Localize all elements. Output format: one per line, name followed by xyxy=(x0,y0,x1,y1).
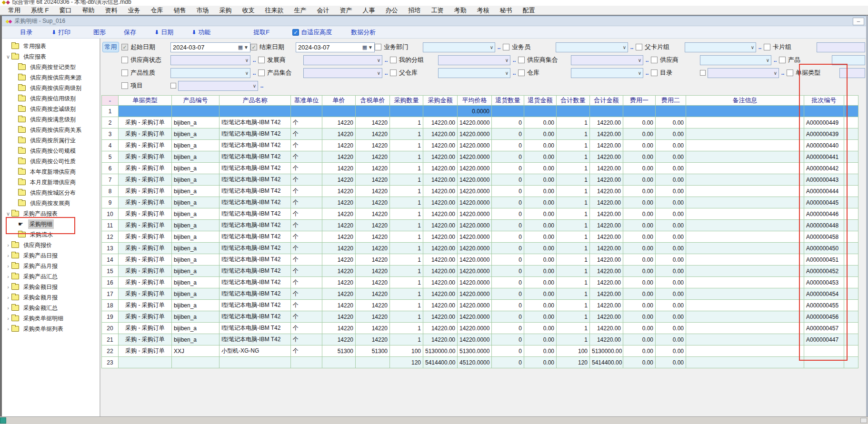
salesman-dropdown[interactable]: ∨ xyxy=(556,42,628,52)
table-cell[interactable]: 0.00 xyxy=(623,266,656,277)
table-cell[interactable]: 14220.00 xyxy=(423,140,458,151)
start-date-date-field[interactable]: 2024-03-07▦▼ xyxy=(170,42,250,52)
table-cell[interactable]: 14220 xyxy=(322,186,356,197)
table-cell[interactable]: bijiben_a xyxy=(172,163,219,174)
tree-item-16[interactable]: ∨采购产品报表 xyxy=(2,208,100,219)
table-cell[interactable]: 0.00 xyxy=(524,254,557,266)
table-cell[interactable]: bijiben_a xyxy=(172,140,219,151)
tree-item-3[interactable]: 供应商按供应商来源 xyxy=(2,72,100,83)
menu-item-6[interactable]: 仓库 xyxy=(146,6,169,15)
table-cell[interactable]: 0.00 xyxy=(656,151,686,163)
project-dropdown[interactable]: ∨ xyxy=(178,81,258,91)
table-cell[interactable]: A000000451 xyxy=(804,254,844,266)
row-number[interactable]: 10 xyxy=(102,208,119,220)
table-cell[interactable]: 14220 xyxy=(356,151,390,163)
col-header-1[interactable]: 单据类型 xyxy=(119,96,172,106)
table-cell[interactable] xyxy=(686,208,804,220)
table-cell[interactable]: 14220 xyxy=(356,323,390,334)
table-cell[interactable]: 1 xyxy=(557,197,590,208)
table-cell[interactable] xyxy=(590,106,623,117)
table-row-3[interactable]: 3采购 - 采购订单bijiben_aI型笔记本电脑-IBM T42个14220… xyxy=(102,128,858,140)
table-cell[interactable]: A000000448 xyxy=(804,220,844,231)
table-cell[interactable]: 1 xyxy=(390,277,423,288)
table-cell[interactable]: 0.00 xyxy=(656,311,686,323)
project-sub-checkbox[interactable] xyxy=(170,83,176,89)
table-cell[interactable]: I型笔记本电脑-IBM T42 xyxy=(219,288,291,300)
table-cell-filler[interactable] xyxy=(844,311,858,323)
table-cell[interactable]: 0 xyxy=(492,334,524,345)
col-header-5[interactable]: 单价 xyxy=(322,96,356,106)
table-cell[interactable]: 14220.00 xyxy=(590,197,623,208)
table-cell[interactable]: 14220.00 xyxy=(423,163,458,174)
table-cell[interactable]: I型笔记本电脑-IBM T42 xyxy=(219,128,291,140)
table-row-11[interactable]: 11采购 - 采购订单bijiben_aI型笔记本电脑-IBM T42个1422… xyxy=(102,220,858,231)
table-cell[interactable]: 5130000.00 xyxy=(423,345,458,357)
table-cell[interactable]: 个 xyxy=(291,208,322,220)
chevron-right-icon[interactable]: › xyxy=(5,316,11,321)
table-cell[interactable] xyxy=(686,117,804,128)
table-cell[interactable]: 1 xyxy=(557,243,590,254)
table-cell[interactable] xyxy=(686,311,804,323)
table-cell[interactable]: I型笔记本电脑-IBM T42 xyxy=(219,117,291,128)
warehouse-checkbox[interactable] xyxy=(518,69,525,76)
table-cell[interactable]: bijiben_a xyxy=(172,288,219,300)
product-checkbox[interactable] xyxy=(779,57,786,63)
table-cell[interactable]: I型笔记本电脑-IBM T42 xyxy=(219,151,291,163)
table-row-17[interactable]: 17采购 - 采购订单bijiben_aI型笔记本电脑-IBM T42个1422… xyxy=(102,288,858,300)
table-cell[interactable]: 14220 xyxy=(356,300,390,311)
table-cell-filler[interactable] xyxy=(844,345,858,357)
table-cell[interactable]: 14220.00 xyxy=(423,197,458,208)
table-cell[interactable]: 0.00 xyxy=(623,300,656,311)
tree-item-21[interactable]: ›采购产品月报 xyxy=(2,261,100,271)
table-cell[interactable]: 采购 - 采购订单 xyxy=(119,254,172,266)
table-cell[interactable]: bijiben_a xyxy=(172,208,219,220)
table-cell[interactable]: 5414400.00 xyxy=(423,357,458,368)
col-header-16[interactable]: 备注信息 xyxy=(686,96,804,106)
table-cell-filler[interactable] xyxy=(844,266,858,277)
table-cell[interactable]: bijiben_a xyxy=(172,277,219,288)
table-row-22[interactable]: 22采购 - 采购订单XXJ小型机-XG-NG个5130051300100513… xyxy=(102,345,858,357)
table-cell[interactable]: 个 xyxy=(291,288,322,300)
table-cell[interactable]: 0 xyxy=(492,208,524,220)
table-cell-filler[interactable] xyxy=(844,243,858,254)
tree-item-11[interactable]: 供应商按公司性质 xyxy=(2,156,100,167)
chevron-right-icon[interactable]: › xyxy=(5,274,11,279)
table-cell-filler[interactable] xyxy=(844,174,858,186)
table-cell[interactable]: 0 xyxy=(492,357,524,368)
table-cell[interactable]: 1 xyxy=(390,288,423,300)
menu-item-19[interactable]: 考勤 xyxy=(449,6,472,15)
table-cell[interactable]: A000000442 xyxy=(804,163,844,174)
row-number[interactable]: 17 xyxy=(102,288,119,300)
table-cell[interactable]: 14220.00 xyxy=(590,334,623,345)
end-date-checkbox[interactable]: ✓ xyxy=(250,44,257,50)
table-cell[interactable]: I型笔记本电脑-IBM T42 xyxy=(219,323,291,334)
table-cell[interactable]: 0 xyxy=(492,243,524,254)
tree-item-20[interactable]: ›采购产品日报 xyxy=(2,250,100,261)
table-cell[interactable]: A000000450 xyxy=(804,243,844,254)
tree-item-23[interactable]: ›采购金额日报 xyxy=(2,282,100,292)
table-cell[interactable]: 0 xyxy=(492,300,524,311)
col-header-4[interactable]: 基准单位 xyxy=(291,96,322,106)
product-nature-dropdown[interactable]: ∨ xyxy=(170,68,250,78)
table-cell[interactable] xyxy=(686,128,804,140)
table-cell[interactable]: 14220.0000 xyxy=(458,117,492,128)
table-cell[interactable]: 0 xyxy=(492,197,524,208)
table-cell[interactable] xyxy=(686,288,804,300)
doc-type-input[interactable] xyxy=(839,68,865,78)
table-cell[interactable]: 个 xyxy=(291,151,322,163)
row-number[interactable]: 11 xyxy=(102,220,119,231)
table-cell[interactable]: 14220.00 xyxy=(590,300,623,311)
table-cell[interactable]: 0.00 xyxy=(656,128,686,140)
table-cell[interactable]: A000000446 xyxy=(804,208,844,220)
menu-item-8[interactable]: 市场 xyxy=(191,6,214,15)
table-row-8[interactable]: 8采购 - 采购订单bijiben_aI型笔记本电脑-IBM T42个14220… xyxy=(102,186,858,197)
table-cell[interactable]: 1 xyxy=(557,163,590,174)
table-cell[interactable]: 0.00 xyxy=(623,208,656,220)
row-number[interactable]: 6 xyxy=(102,163,119,174)
table-row-12[interactable]: 12采购 - 采购订单bijiben_aI型笔记本电脑-IBM T42个1422… xyxy=(102,231,858,243)
table-cell-filler[interactable] xyxy=(844,254,858,266)
table-cell[interactable]: 采购 - 采购订单 xyxy=(119,323,172,334)
table-cell[interactable]: 14220.0000 xyxy=(458,254,492,266)
table-cell[interactable]: 0 xyxy=(492,186,524,197)
table-cell[interactable]: 0.00 xyxy=(623,220,656,231)
